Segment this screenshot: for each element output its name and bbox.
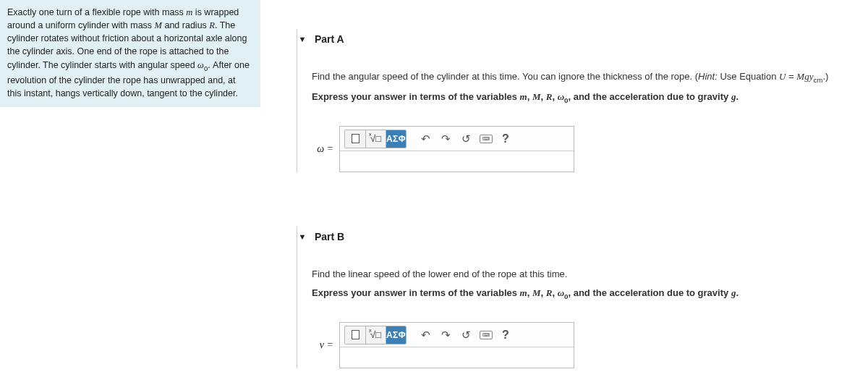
part-b-answer-input[interactable] [340,347,574,368]
redo-icon[interactable]: ↷ [437,130,454,148]
greek-button[interactable]: ΑΣΦ [386,326,406,344]
part-a-prompt: Find the angular speed of the cylinder a… [312,69,868,85]
part-b-header[interactable]: ▼ Part B [297,227,868,247]
collapse-icon: ▼ [297,35,307,43]
part-a-header[interactable]: ▼ Part A [297,29,868,49]
part-a-express: Express your answer in terms of the vari… [312,90,868,106]
part-a-block: ▼ Part A Find the angular speed of the c… [297,29,868,172]
equation-toolbar: x√□ ΑΣΦ ↶ ↷ ↺ ⌨ ? [340,323,574,347]
templates-button[interactable] [345,130,365,148]
part-b-block: ▼ Part B Find the linear speed of the lo… [297,227,868,368]
reset-icon[interactable]: ↺ [457,326,475,344]
part-b-input-box: x√□ ΑΣΦ ↶ ↷ ↺ ⌨ ? [339,322,574,368]
part-b-title: Part B [315,231,344,242]
part-a-answer-input[interactable] [340,151,574,172]
part-a-var-label: ω = [313,143,333,155]
radical-button[interactable]: x√□ [365,326,386,344]
part-b-express: Express your answer in terms of the vari… [312,286,868,302]
part-a-input-box: x√□ ΑΣΦ ↶ ↷ ↺ ⌨ ? [339,126,574,172]
parts-column: ▼ Part A Find the angular speed of the c… [260,0,868,372]
equation-toolbar: x√□ ΑΣΦ ↶ ↷ ↺ ⌨ ? [340,127,574,151]
keyboard-icon[interactable]: ⌨ [477,326,495,344]
part-b-var-label: v = [313,339,333,351]
keyboard-icon[interactable]: ⌨ [477,130,495,148]
help-icon[interactable]: ? [498,329,514,342]
problem-statement: Exactly one turn of a flexible rope with… [0,0,260,107]
redo-icon[interactable]: ↷ [437,326,454,344]
collapse-icon: ▼ [297,232,307,241]
undo-icon[interactable]: ↶ [417,130,434,148]
greek-button[interactable]: ΑΣΦ [386,130,406,148]
help-icon[interactable]: ? [498,132,514,145]
part-a-title: Part A [315,33,344,45]
part-b-prompt: Find the linear speed of the lower end o… [312,267,868,282]
templates-button[interactable] [345,326,365,344]
reset-icon[interactable]: ↺ [457,130,475,148]
radical-button[interactable]: x√□ [365,130,386,148]
undo-icon[interactable]: ↶ [417,326,434,344]
